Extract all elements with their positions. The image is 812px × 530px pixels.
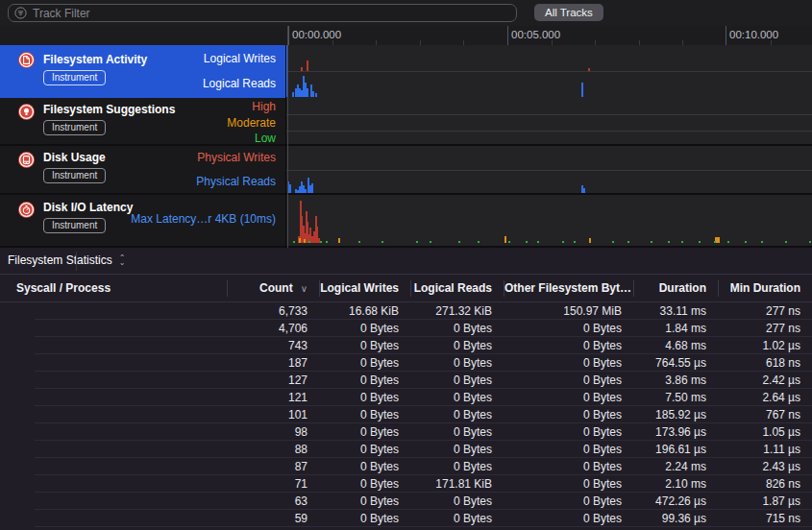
min-duration-cell: 1.11 µs — [718, 443, 812, 456]
duration-cell: 4.68 ms — [633, 339, 718, 352]
graph-bar — [458, 241, 460, 243]
track-row-filesystem-suggestions[interactable]: Filesystem SuggestionsInstrumentHighMode… — [0, 98, 812, 146]
graph-bar — [315, 93, 317, 97]
duration-cell: 2.10 ms — [633, 477, 718, 491]
track-head-disk-i-o-latency[interactable]: Disk I/O LatencyInstrumentMax Latency…r … — [0, 195, 285, 246]
graph-bar — [293, 241, 295, 243]
lane-label: Physical Writes — [197, 151, 276, 164]
min-duration-cell: 1.87 µs — [718, 494, 812, 508]
table-row[interactable]: ›getattrlist870 Bytes0 Bytes0 Bytes2.24 … — [0, 458, 812, 475]
count-cell: 59 — [227, 512, 319, 525]
logical-writes-cell: 0 Bytes — [319, 373, 410, 387]
table-row[interactable]: ›sys_fstat641870 Bytes0 Bytes0 Bytes764.… — [0, 354, 812, 372]
duration-cell: 7.50 ms — [633, 391, 718, 404]
count-cell: 98 — [227, 425, 319, 439]
duration-cell: 3.86 ms — [633, 373, 718, 387]
min-duration-cell: 618 ns — [718, 356, 812, 370]
lane-label: Logical Writes — [204, 52, 276, 65]
lane-label: Moderate — [227, 116, 276, 130]
table-row[interactable]: ›sys_close_nocancel880 Bytes0 Bytes0 Byt… — [0, 441, 812, 458]
lane-label: Logical Reads — [203, 77, 276, 90]
track-title: Disk Usage — [43, 151, 106, 164]
track-row-disk-i-o-latency[interactable]: Disk I/O LatencyInstrumentMax Latency…r … — [0, 195, 812, 248]
min-duration-cell: 2.43 µs — [718, 460, 812, 473]
stats-view-popup[interactable]: Filesystem Statistics ⌃⌄ — [8, 253, 125, 267]
column-header-logical-reads[interactable]: Logical Reads — [410, 280, 504, 297]
track-head-disk-usage[interactable]: Disk UsageInstrumentPhysical WritesPhysi… — [0, 146, 285, 193]
graph-bar — [301, 67, 303, 71]
logical-writes-cell: 0 Bytes — [319, 339, 410, 352]
stats-title-bar: Filesystem Statistics ⌃⌄ — [0, 248, 812, 275]
track-row-disk-usage[interactable]: Disk UsageInstrumentPhysical WritesPhysi… — [0, 146, 812, 195]
lane-label: Physical Reads — [196, 175, 276, 188]
other-cell: 0 Bytes — [504, 460, 633, 473]
column-header-other-filesystem-byt[interactable]: Other Filesystem Byt… — [504, 280, 633, 297]
logical-reads-cell: 0 Bytes — [410, 356, 504, 370]
table-row[interactable]: ›fstatfs64980 Bytes0 Bytes0 Bytes173.96 … — [0, 423, 812, 441]
min-duration-cell: 277 ns — [718, 304, 812, 318]
duration-cell: 1.84 ms — [633, 322, 718, 335]
graph-bar — [727, 241, 729, 243]
logical-writes-cell: 0 Bytes — [319, 512, 410, 525]
logical-reads-cell: 0 Bytes — [410, 408, 504, 422]
graph-bar — [668, 241, 670, 243]
graph-bar — [785, 241, 787, 243]
count-cell: 71 — [227, 477, 319, 491]
instrument-badge: Instrument — [43, 218, 106, 233]
other-cell: 0 Bytes — [504, 494, 633, 508]
timeline-ruler[interactable]: 00:00.00000:05.00000:10.000 — [0, 26, 812, 45]
other-cell: 0 Bytes — [504, 425, 633, 439]
other-cell: 150.97 MiB — [504, 304, 633, 318]
table-row[interactable]: ›read710 Bytes171.81 KiB0 Bytes2.10 ms82… — [0, 475, 812, 493]
graph-bar — [699, 241, 701, 243]
logical-reads-cell: 0 Bytes — [410, 494, 504, 508]
min-duration-cell: 826 ns — [718, 477, 812, 491]
graph-bar — [504, 236, 506, 243]
table-row[interactable]: ⌄* All *6,73316.68 KiB271.32 KiB150.97 M… — [0, 302, 812, 320]
count-cell: 187 — [227, 356, 319, 370]
table-row[interactable]: ›open1210 Bytes0 Bytes0 Bytes7.50 ms2.64… — [0, 389, 812, 406]
track-title: Filesystem Suggestions — [43, 103, 175, 116]
table-row[interactable]: ›open_nocancel1270 Bytes0 Bytes0 Bytes3.… — [0, 372, 812, 389]
track-filter-input[interactable]: Track Filter — [8, 4, 517, 22]
min-duration-cell: 1.02 µs — [718, 339, 812, 352]
graph-bar — [574, 241, 576, 243]
table-row[interactable]: ›sys_fcntl590 Bytes0 Bytes0 Bytes99.36 µ… — [0, 510, 812, 527]
track-graph-disk-i-o-latency[interactable] — [285, 195, 812, 246]
graph-bar — [312, 91, 314, 97]
duration-cell: 2.24 ms — [633, 460, 718, 473]
column-header-logical-writes[interactable]: Logical Writes — [319, 280, 410, 297]
track-head-filesystem-suggestions[interactable]: Filesystem SuggestionsInstrumentHighMode… — [0, 98, 285, 144]
track-area: Filesystem ActivityInstrumentLogical Wri… — [0, 45, 812, 248]
graph-bar — [305, 189, 307, 193]
lightbulb-icon — [18, 104, 35, 120]
table-row[interactable]: ›lseek4,7060 Bytes0 Bytes0 Bytes1.84 ms2… — [0, 320, 812, 337]
logical-writes-cell: 0 Bytes — [319, 443, 410, 456]
playhead-line[interactable] — [287, 26, 288, 248]
column-header-min-duration[interactable]: Min Duration — [718, 280, 812, 297]
ruler-major-tick — [288, 26, 289, 45]
table-row[interactable]: ›lstat64630 Bytes0 Bytes0 Bytes472.26 µs… — [0, 493, 812, 510]
instrument-badge: Instrument — [43, 70, 106, 85]
logical-writes-cell: 0 Bytes — [319, 391, 410, 404]
graph-bar — [299, 238, 301, 243]
table-row[interactable]: ›stat647430 Bytes0 Bytes0 Bytes4.68 ms1.… — [0, 337, 812, 354]
column-header-syscall-process[interactable]: Syscall / Process — [0, 280, 227, 297]
track-graph-filesystem-suggestions[interactable] — [285, 98, 812, 144]
popup-updown-icon: ⌃⌄ — [119, 255, 126, 265]
column-header-count[interactable]: Count∨ — [227, 280, 319, 297]
other-cell: 0 Bytes — [504, 373, 633, 387]
stats-table-header: Syscall / ProcessCount∨Logical WritesLog… — [0, 275, 812, 302]
track-row-filesystem-activity[interactable]: Filesystem ActivityInstrumentLogical Wri… — [0, 45, 812, 98]
other-cell: 0 Bytes — [504, 443, 633, 456]
column-header-duration[interactable]: Duration — [633, 280, 718, 297]
table-row[interactable]: ›sys_close1010 Bytes0 Bytes0 Bytes185.92… — [0, 406, 812, 423]
logical-writes-cell: 16.68 KiB — [319, 304, 410, 318]
all-tracks-button[interactable]: All Tracks — [534, 4, 603, 21]
logical-writes-cell: 0 Bytes — [319, 408, 410, 422]
track-graph-disk-usage[interactable] — [285, 146, 812, 193]
duration-cell: 196.61 µs — [633, 443, 718, 456]
lane-divider — [285, 114, 812, 115]
track-graph-filesystem-activity[interactable] — [285, 45, 812, 98]
track-head-filesystem-activity[interactable]: Filesystem ActivityInstrumentLogical Wri… — [0, 45, 285, 98]
